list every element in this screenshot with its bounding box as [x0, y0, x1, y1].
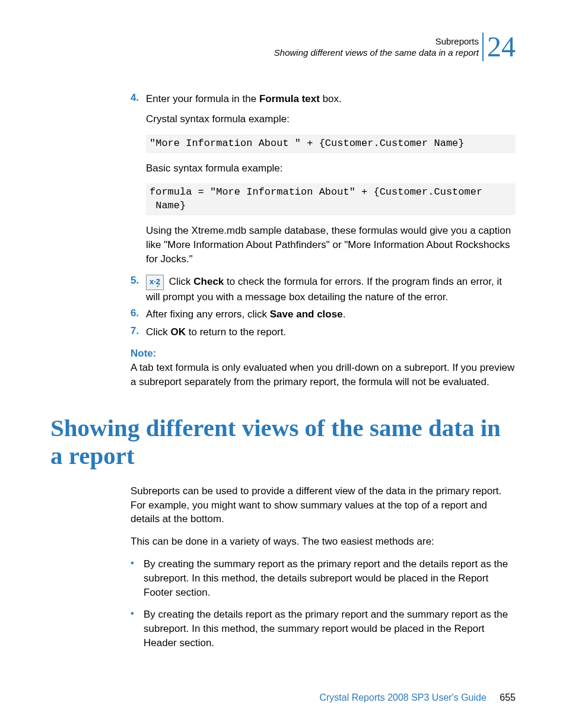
text-fragment: Click	[146, 326, 171, 338]
crystal-code: "More Information About " + {Customer.Cu…	[146, 135, 516, 153]
text-fragment: After fixing any errors, click	[146, 309, 270, 320]
text-fragment: to return to the report.	[186, 326, 286, 338]
checkmark-icon: ✓	[156, 283, 161, 289]
check-bold: Check	[193, 276, 224, 287]
step-5: 5. x·2✓ Click Check to check the formula…	[131, 275, 516, 304]
text-fragment: .	[343, 309, 346, 320]
chapter-number: 24	[482, 33, 516, 61]
step-6: 6. After fixing any errors, click Save a…	[131, 307, 516, 322]
bullet-text: By creating the summary report as the pr…	[144, 557, 516, 599]
bullet-text: By creating the details report as the pr…	[144, 608, 516, 650]
basic-example-label: Basic syntax formula example:	[146, 161, 516, 176]
step-number: 7.	[131, 325, 146, 339]
list-item: • By creating the summary report as the …	[131, 557, 516, 599]
main-content: 4. Enter your formula in the Formula tex…	[131, 92, 516, 389]
header-chapter: Subreports	[274, 36, 479, 47]
step-text: After fixing any errors, click Save and …	[146, 307, 516, 322]
bullet-icon: •	[131, 608, 144, 650]
footer-page-number: 655	[500, 692, 516, 702]
page-header: Subreports Showing different views of th…	[50, 33, 516, 62]
save-close-bold: Save and close	[270, 309, 343, 320]
note-label: Note:	[131, 348, 516, 360]
ok-bold: OK	[171, 326, 186, 338]
note-body: A tab text formula is only evaluated whe…	[131, 361, 516, 389]
step-number: 5.	[131, 275, 146, 304]
page-footer: Crystal Reports 2008 SP3 User's Guide 65…	[319, 692, 516, 703]
step-text: Click OK to return to the report.	[146, 325, 516, 339]
header-text-block: Subreports Showing different views of th…	[274, 36, 479, 59]
step-number: 6.	[131, 307, 146, 322]
step-4: 4. Enter your formula in the Formula tex…	[131, 92, 516, 106]
text-fragment: Click	[166, 276, 193, 287]
body-p1: Subreports can be used to provide a diff…	[131, 484, 516, 526]
body-p2: This can be done in a variety of ways. T…	[131, 535, 516, 549]
step-number: 4.	[131, 92, 146, 106]
step-7: 7. Click OK to return to the report.	[131, 325, 516, 339]
crystal-example-label: Crystal syntax formula example:	[146, 112, 516, 126]
footer-title: Crystal Reports 2008 SP3 User's Guide	[319, 692, 486, 702]
step-text: Enter your formula in the Formula text b…	[146, 92, 516, 106]
header-section: Showing different views of the same data…	[274, 47, 479, 59]
formula-text-bold: Formula text	[259, 93, 320, 104]
bullet-list: • By creating the summary report as the …	[131, 557, 516, 650]
text-fragment: Enter your formula in the	[146, 93, 259, 104]
using-paragraph: Using the Xtreme.mdb sample database, th…	[146, 224, 516, 266]
section-content: Subreports can be used to provide a diff…	[131, 484, 516, 650]
basic-code: formula = "More Information About" + {Cu…	[146, 183, 516, 215]
section-heading: Showing different views of the same data…	[50, 414, 516, 470]
step-text: x·2✓ Click Check to check the formula fo…	[146, 275, 516, 304]
text-fragment: box.	[320, 93, 342, 104]
check-formula-icon: x·2✓	[146, 275, 164, 290]
bullet-icon: •	[131, 557, 144, 599]
list-item: • By creating the details report as the …	[131, 608, 516, 650]
